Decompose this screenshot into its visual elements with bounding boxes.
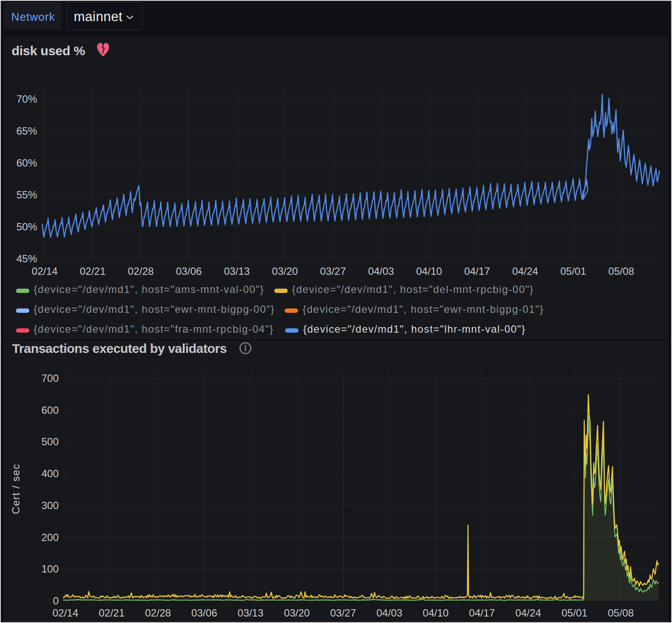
svg-text:400: 400 (41, 468, 59, 479)
svg-text:02/28: 02/28 (128, 265, 154, 277)
svg-text:02/14: 02/14 (32, 265, 58, 277)
svg-text:100: 100 (41, 563, 59, 575)
svg-text:02/28: 02/28 (145, 607, 171, 619)
svg-text:04/17: 04/17 (469, 607, 495, 619)
svg-text:05/08: 05/08 (608, 265, 634, 277)
svg-text:45%: 45% (16, 253, 37, 264)
svg-text:65%: 65% (16, 125, 37, 137)
svg-text:05/08: 05/08 (608, 607, 634, 619)
svg-text:03/27: 03/27 (320, 265, 346, 277)
svg-text:05/01: 05/01 (560, 265, 586, 277)
svg-text:03/06: 03/06 (176, 265, 202, 277)
svg-text:04/24: 04/24 (515, 607, 541, 619)
svg-text:03/20: 03/20 (284, 607, 310, 619)
svg-text:0: 0 (53, 595, 59, 607)
svg-text:Cert / sec: Cert / sec (10, 463, 22, 514)
svg-text:60%: 60% (16, 157, 37, 169)
svg-text:700: 700 (41, 372, 59, 384)
svg-text:03/27: 03/27 (330, 607, 356, 619)
svg-text:04/03: 04/03 (377, 607, 402, 619)
svg-text:70%: 70% (16, 93, 37, 105)
svg-text:02/21: 02/21 (80, 265, 106, 277)
svg-text:500: 500 (41, 436, 59, 447)
svg-text:50%: 50% (16, 221, 37, 233)
svg-text:300: 300 (41, 500, 59, 511)
svg-text:04/03: 04/03 (368, 265, 394, 277)
svg-text:600: 600 (41, 404, 59, 416)
svg-text:02/14: 02/14 (53, 607, 79, 619)
svg-text:03/13: 03/13 (224, 265, 250, 277)
svg-text:04/10: 04/10 (423, 607, 449, 619)
svg-text:03/13: 03/13 (238, 607, 264, 619)
svg-text:03/20: 03/20 (272, 265, 298, 277)
svg-text:05/01: 05/01 (562, 607, 587, 619)
svg-text:04/10: 04/10 (416, 265, 442, 277)
svg-text:02/21: 02/21 (99, 607, 125, 619)
svg-text:03/06: 03/06 (192, 607, 217, 619)
svg-text:04/24: 04/24 (512, 265, 538, 277)
svg-text:55%: 55% (16, 189, 37, 201)
svg-text:200: 200 (41, 532, 59, 543)
svg-text:04/17: 04/17 (464, 265, 490, 277)
